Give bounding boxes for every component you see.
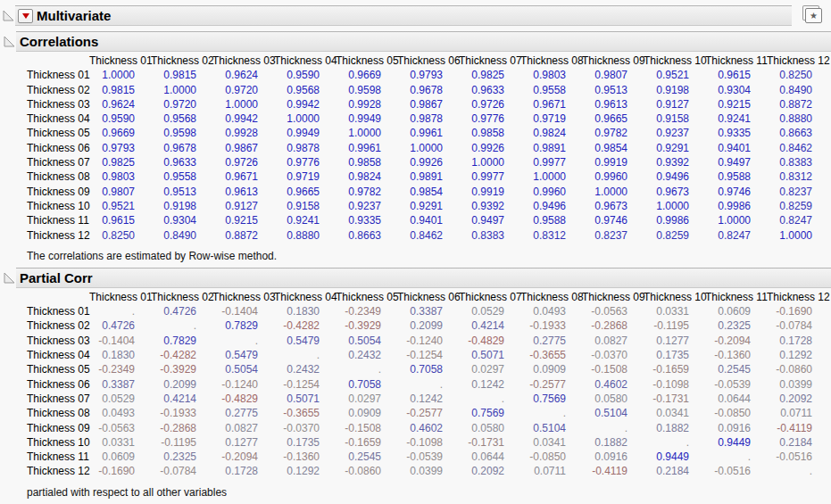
column-header-row: Thickness 01Thickness 02Thickness 03Thic… [0,54,828,68]
value-cell: 0.0580 [582,392,644,406]
value-cell: 0.9867 [212,141,274,155]
value-cell: . [151,318,212,333]
report-title: Multivariate [33,6,111,25]
value-cell: 0.7569 [520,392,582,406]
column-header: Thickness 02 [151,290,212,304]
value-cell: 0.9665 [274,185,336,199]
value-cell: -0.1254 [397,348,459,362]
value-cell: 0.9671 [520,97,582,112]
value-cell: 1.0000 [151,83,212,97]
value-cell: 0.0341 [520,435,582,450]
correlations-disclosure-icon[interactable] [4,36,15,47]
multivariate-disclosure-icon[interactable] [3,10,14,21]
value-cell: 0.9568 [274,83,336,97]
value-cell: 0.1292 [274,464,336,478]
value-cell: 0.9241 [274,213,336,227]
value-cell: 0.9807 [582,68,644,82]
value-cell: 0.9719 [520,112,582,126]
value-cell: -0.2094 [212,450,274,464]
value-cell: 1.0000 [336,126,397,140]
value-cell: 0.5054 [212,362,274,376]
value-cell: -0.2094 [705,334,767,348]
value-cell: 1.0000 [89,68,151,82]
value-cell: 0.5104 [582,406,644,420]
value-cell: -0.3929 [336,318,397,333]
value-cell: 0.4214 [151,392,212,406]
partial-corr-disclosure-icon[interactable] [4,272,15,284]
value-cell: 0.9633 [459,83,520,97]
value-cell: 0.8250 [767,68,828,82]
value-cell: -0.4282 [151,348,212,362]
value-cell: 0.9588 [705,169,767,184]
value-cell: -0.4119 [582,464,644,478]
value-cell: -0.1690 [767,304,828,318]
window-star-icon[interactable]: ★ [805,8,822,23]
value-cell: 0.9304 [151,213,212,227]
value-cell: 0.8312 [767,169,828,184]
value-cell: 0.8237 [767,185,828,199]
value-cell: 1.0000 [705,213,767,227]
matrix-row: Thickness 030.96240.97201.00000.99420.99… [0,97,828,112]
value-cell: -0.1404 [212,304,274,318]
value-cell: . [212,334,274,348]
value-cell: 0.5071 [274,392,336,406]
value-cell: -0.0370 [274,421,336,435]
column-header: Thickness 03 [212,290,274,304]
value-cell: . [397,377,459,392]
value-cell: 0.8490 [767,83,828,97]
partial-corr-section: Partial Corr Thickness 01Thickness 02Thi… [0,268,831,499]
value-cell: 0.2092 [459,464,520,478]
value-cell: . [336,362,397,376]
value-cell: 0.9793 [89,141,151,155]
row-label: Thickness 11 [0,450,89,464]
matrix-row: Thickness 040.95900.95680.99421.00000.99… [0,112,828,126]
matrix-row: Thickness 040.1830-0.42820.5479.0.2432-0… [0,348,828,362]
value-cell: -0.0539 [705,377,767,392]
value-cell: 0.9598 [151,126,212,140]
matrix-row: Thickness 060.97930.96780.98670.98780.99… [0,141,828,155]
value-cell: 0.0609 [89,450,151,464]
value-cell: 0.4602 [582,377,644,392]
column-header: Thickness 09 [582,54,644,68]
value-cell: 0.2099 [151,377,212,392]
value-cell: -0.1731 [459,435,520,450]
value-cell: 0.9335 [705,126,767,140]
row-label: Thickness 05 [0,362,89,376]
corner-spacer [0,54,89,68]
value-cell: -0.3655 [520,348,582,362]
value-cell: -0.1360 [705,348,767,362]
value-cell: 0.9926 [459,141,520,155]
value-cell: 0.5479 [212,348,274,362]
value-cell: 0.9215 [705,97,767,112]
value-cell: -0.0516 [767,450,828,464]
value-cell: 0.9803 [520,68,582,82]
column-header: Thickness 04 [274,54,336,68]
column-header: Thickness 11 [705,290,767,304]
star-glyph: ★ [810,12,818,21]
value-cell: 0.8250 [89,228,151,243]
value-cell: 0.8237 [582,228,644,243]
matrix-row: Thickness 05-0.2349-0.39290.50540.2432.0… [0,362,828,376]
value-cell: 0.9977 [520,155,582,169]
value-cell: -0.2349 [89,362,151,376]
value-cell: 0.1830 [274,304,336,318]
value-cell: 0.0711 [767,406,828,420]
value-cell: 0.1735 [644,348,705,362]
value-cell: 0.9678 [151,141,212,155]
value-cell: 0.9815 [151,68,212,82]
value-cell: 0.9558 [151,169,212,184]
matrix-row: Thickness 011.00000.98150.96240.95900.96… [0,68,828,82]
matrix-row: Thickness 03-0.14040.7829.0.54790.5054-0… [0,334,828,348]
row-label: Thickness 09 [0,421,89,435]
row-label: Thickness 03 [0,334,89,348]
value-cell: -0.0784 [767,318,828,333]
row-label: Thickness 11 [0,213,89,227]
value-cell: 0.8490 [151,228,212,243]
value-cell: 0.9198 [644,83,705,97]
red-triangle-menu-button[interactable] [18,9,33,23]
value-cell: . [767,464,828,478]
value-cell: 0.9158 [644,112,705,126]
value-cell: 0.9521 [89,199,151,213]
value-cell: 0.7829 [151,334,212,348]
value-cell: 0.9793 [397,68,459,82]
